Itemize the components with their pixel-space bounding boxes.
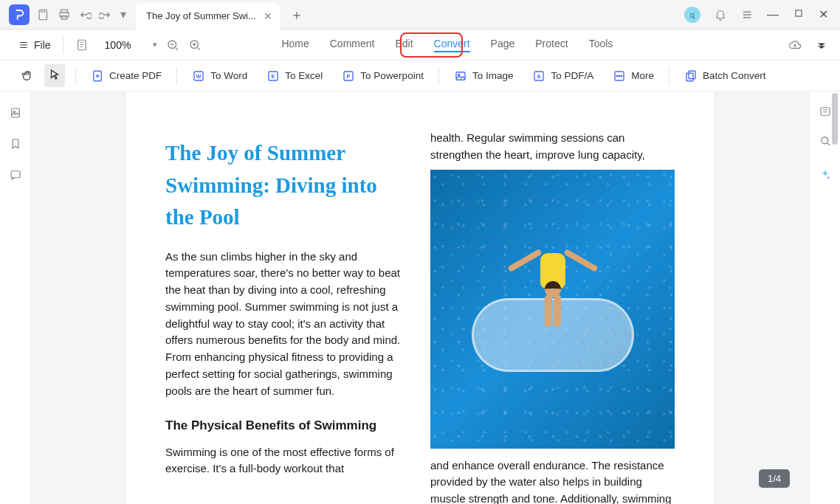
svg-rect-28: [821, 108, 830, 116]
subheading: The Physical Benefits of Swimming: [165, 416, 410, 435]
titlebar: ▾ The Joy of Summer Swi... ✕ ＋ q — ✕: [0, 0, 840, 30]
left-sidebar: [0, 92, 31, 504]
to-pdfa-button[interactable]: ATo PDF/A: [528, 66, 598, 86]
comment-panel-icon[interactable]: [9, 168, 22, 182]
redo-icon[interactable]: [99, 8, 112, 21]
document-page: The Joy of Summer Swimming: Diving into …: [125, 92, 715, 504]
save-icon[interactable]: [37, 8, 50, 21]
tab-page[interactable]: Page: [491, 38, 515, 52]
svg-rect-24: [689, 71, 695, 79]
zoom-dropdown[interactable]: 100% ▾: [105, 39, 158, 51]
tab-title: The Joy of Summer Swi...: [146, 10, 256, 21]
paragraph: and enhance overall endurance. The resis…: [430, 458, 675, 504]
svg-rect-23: [686, 73, 693, 81]
search-icon[interactable]: [819, 134, 832, 148]
to-excel-button[interactable]: ETo Excel: [262, 66, 327, 86]
maximize-icon[interactable]: [793, 8, 804, 21]
svg-rect-0: [39, 10, 47, 20]
document-viewer[interactable]: The Joy of Summer Swimming: Diving into …: [31, 92, 809, 504]
tab-edit[interactable]: Edit: [395, 38, 413, 52]
titlebar-right: q — ✕: [684, 7, 840, 23]
svg-point-30: [827, 176, 830, 179]
svg-rect-3: [61, 15, 67, 19]
zoom-in-icon[interactable]: [188, 38, 202, 52]
file-menu-button[interactable]: File: [12, 36, 57, 54]
page-indicator[interactable]: 1/4: [759, 469, 790, 488]
tab-comment[interactable]: Comment: [330, 38, 375, 52]
svg-rect-5: [78, 40, 86, 50]
to-powerpoint-button[interactable]: PTo Powerpoint: [337, 66, 428, 86]
separator: [669, 67, 669, 85]
svg-text:A: A: [537, 73, 542, 80]
svg-text:E: E: [272, 73, 275, 80]
svg-rect-15: [456, 72, 465, 80]
separator: [63, 36, 63, 54]
thumbnails-icon[interactable]: [9, 106, 22, 120]
print-icon[interactable]: [58, 8, 71, 21]
svg-text:W: W: [196, 73, 202, 80]
paragraph: health. Regular swimming sessions can st…: [430, 130, 675, 164]
svg-point-29: [821, 137, 827, 144]
document-title: The Joy of Summer Swimming: Diving into …: [165, 137, 410, 234]
pool-image: [430, 170, 675, 449]
hand-tool-icon[interactable]: [21, 69, 34, 83]
document-tab[interactable]: The Joy of Summer Swi... ✕: [136, 3, 280, 30]
separator: [438, 67, 439, 85]
chevron-down-icon: ▾: [153, 40, 157, 49]
svg-rect-4: [796, 10, 802, 15]
paragraph: Swimming is one of the most effective fo…: [165, 444, 410, 478]
dropdown-caret-icon[interactable]: ▾: [120, 8, 127, 21]
svg-rect-27: [11, 171, 20, 178]
separator: [75, 67, 76, 85]
add-tab-button[interactable]: ＋: [290, 6, 303, 24]
tab-tools[interactable]: Tools: [589, 38, 613, 52]
svg-point-22: [621, 75, 622, 77]
convert-toolbar: Create PDF WTo Word ETo Excel PTo Powerp…: [0, 61, 840, 92]
select-tool-icon[interactable]: [44, 64, 65, 87]
svg-point-20: [616, 75, 618, 77]
menubar: File 100% ▾ Home Comment Edit Convert Pa…: [0, 30, 840, 61]
to-image-button[interactable]: To Image: [450, 66, 518, 86]
tab-convert[interactable]: Convert: [434, 38, 470, 52]
to-word-button[interactable]: WTo Word: [187, 66, 252, 86]
menu-tabs: Home Comment Edit Convert Page Protect T…: [281, 38, 613, 52]
svg-point-21: [619, 75, 620, 77]
titlebar-left: ▾: [0, 4, 127, 25]
close-tab-icon[interactable]: ✕: [264, 10, 272, 22]
undo-icon[interactable]: [78, 8, 92, 21]
app-logo[interactable]: [9, 4, 30, 25]
minimize-icon[interactable]: —: [767, 8, 779, 21]
menu-icon[interactable]: [740, 8, 754, 21]
menubar-right: [788, 38, 828, 52]
separator: [176, 67, 177, 85]
tab-protect[interactable]: Protect: [535, 38, 568, 52]
more-button[interactable]: More: [608, 66, 658, 86]
zoom-controls: 100% ▾: [105, 38, 202, 52]
bell-icon[interactable]: [714, 8, 727, 21]
vertical-scrollbar[interactable]: [832, 93, 838, 145]
ai-sparkle-icon[interactable]: [819, 168, 832, 182]
tab-strip: The Joy of Summer Swi... ✕ ＋: [136, 0, 303, 29]
batch-convert-button[interactable]: Batch Convert: [680, 66, 771, 86]
main-area: The Joy of Summer Swimming: Diving into …: [0, 92, 840, 504]
collapse-ribbon-icon[interactable]: [815, 38, 828, 52]
right-sidebar: [809, 92, 840, 504]
bookmark-icon[interactable]: [9, 137, 22, 151]
paragraph: As the sun climbs higher in the sky and …: [165, 249, 410, 400]
properties-icon[interactable]: [819, 105, 832, 118]
cloud-icon[interactable]: [788, 38, 802, 52]
file-label: File: [34, 39, 51, 51]
zoom-out-icon[interactable]: [166, 38, 179, 52]
user-avatar[interactable]: q: [684, 7, 700, 23]
tab-home[interactable]: Home: [281, 38, 309, 52]
create-pdf-button[interactable]: Create PDF: [86, 66, 166, 86]
close-window-icon[interactable]: ✕: [819, 7, 828, 21]
svg-text:P: P: [347, 73, 351, 80]
svg-rect-25: [11, 108, 19, 117]
page-layout-icon[interactable]: [75, 38, 89, 52]
